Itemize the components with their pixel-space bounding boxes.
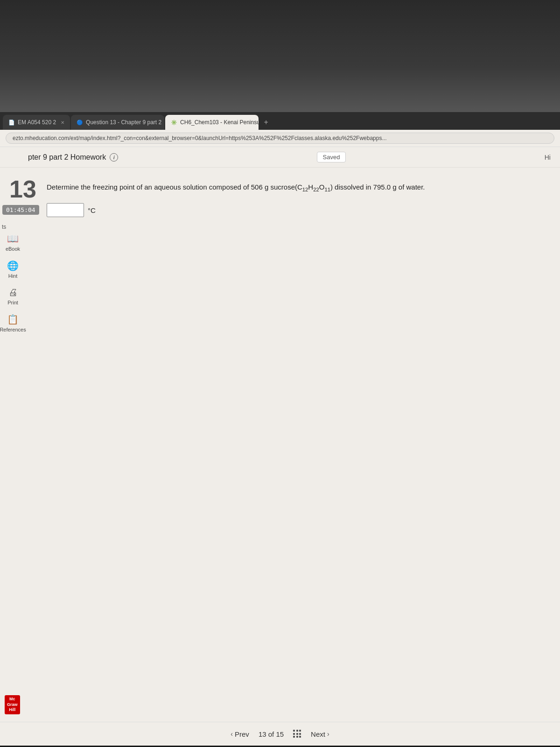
tab-label-1: EM A054 520 2: [18, 119, 56, 126]
hint-label: Hint: [8, 273, 18, 279]
prev-arrow-icon: ‹: [231, 730, 233, 738]
ebook-icon: 📖: [7, 233, 19, 244]
question-text: Determine the freezing point of an aqueo…: [47, 182, 541, 194]
references-icon: 📋: [7, 314, 19, 325]
page-info: 13 of 15: [259, 730, 284, 738]
timer-display: 01:45:04: [2, 205, 39, 215]
tab-question13[interactable]: 🔵 Question 13 - Chapter 9 part 2 ✕: [71, 115, 164, 130]
unit-label: °C: [88, 206, 96, 214]
saved-badge: Saved: [317, 152, 346, 162]
next-label: Next: [311, 730, 325, 738]
answer-row: °C: [47, 203, 541, 217]
info-icon[interactable]: i: [110, 153, 118, 162]
logo-line2: Graw: [7, 702, 18, 708]
hint-icon: 🌐: [7, 260, 19, 271]
current-page: 13: [259, 730, 266, 738]
references-label: References: [0, 327, 26, 332]
of-label: of: [268, 730, 276, 738]
question-number: 13: [0, 177, 36, 201]
new-tab-button[interactable]: +: [259, 116, 273, 129]
next-arrow-icon: ›: [327, 730, 329, 738]
tab-em-a054[interactable]: 📄 EM A054 520 2 ✕: [3, 115, 70, 130]
homework-title-text: pter 9 part 2 Homework: [28, 153, 106, 162]
mcgraw-hill-logo: Mc Graw Hill: [5, 695, 20, 714]
total-pages: 15: [276, 730, 284, 738]
sidebar-item-references[interactable]: 📋 References: [0, 314, 26, 332]
tab-icon-1: 📄: [8, 120, 15, 126]
logo-line1: Mc: [7, 697, 18, 702]
ebook-label: eBook: [6, 246, 20, 252]
sidebar-tools: 📖 eBook 🌐 Hint 🖨 Print 📋 References: [0, 233, 26, 332]
tab-bar: 📄 EM A054 520 2 ✕ 🔵 Question 13 - Chapte…: [0, 112, 560, 130]
homework-title: pter 9 part 2 Homework i: [28, 153, 118, 162]
content-area: 13 ts 01:45:04 📖 eBook 🌐 Hint 🖨 Print 📋 …: [0, 168, 560, 722]
bottom-navigation: ‹ Prev 13 of 15 Next ›: [0, 722, 560, 746]
tab-icon-3: ✳️: [171, 120, 177, 126]
tab-icon-2: 🔵: [77, 120, 83, 126]
main-content: pter 9 part 2 Homework i Saved Hi 13 ts …: [0, 147, 560, 746]
sidebar-item-hint[interactable]: 🌐 Hint: [7, 260, 19, 279]
prev-label: Prev: [235, 730, 249, 738]
grid-view-icon[interactable]: [293, 730, 301, 738]
hi-label: Hi: [545, 154, 551, 161]
homework-bar: pter 9 part 2 Homework i Saved Hi: [0, 147, 560, 168]
tab-label-3: CH6_Chem103 - Kenai Peninsu: [180, 119, 259, 126]
print-label: Print: [7, 300, 18, 305]
question-body: Determine the freezing point of an aqueo…: [0, 168, 560, 722]
sidebar-item-print[interactable]: 🖨 Print: [7, 287, 18, 305]
address-bar-row: ezto.mheducation.com/ext/map/index.html?…: [0, 130, 560, 147]
print-icon: 🖨: [8, 287, 18, 298]
tab-label-2: Question 13 - Chapter 9 part 2: [86, 119, 161, 126]
pts-label: ts: [0, 224, 6, 230]
answer-input[interactable]: [47, 203, 84, 217]
address-bar[interactable]: ezto.mheducation.com/ext/map/index.html?…: [6, 133, 554, 144]
logo-line3: Hill: [7, 707, 18, 713]
next-button[interactable]: Next ›: [311, 730, 329, 738]
prev-button[interactable]: ‹ Prev: [231, 730, 249, 738]
tab-close-1[interactable]: ✕: [61, 120, 64, 125]
tab-ch6-chem103[interactable]: ✳️ CH6_Chem103 - Kenai Peninsu ✕: [165, 115, 259, 130]
sidebar-item-ebook[interactable]: 📖 eBook: [6, 233, 20, 252]
